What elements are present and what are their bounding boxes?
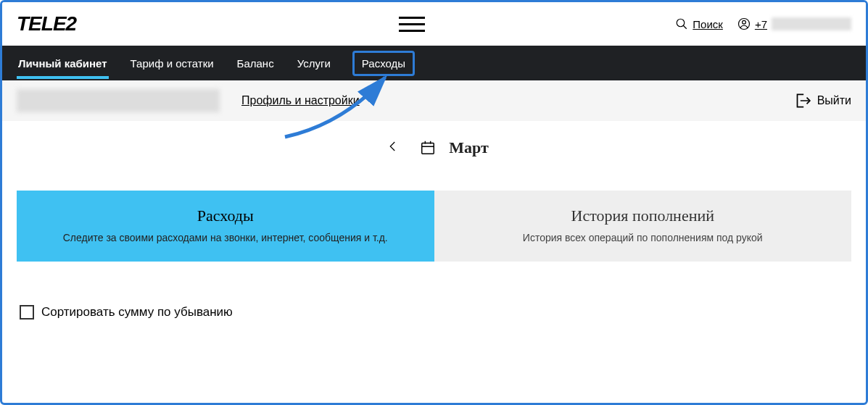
- calendar-icon: [420, 140, 436, 156]
- month-selector: Март: [2, 121, 866, 169]
- nav-services[interactable]: Услуги: [296, 49, 332, 78]
- svg-point-0: [677, 19, 685, 27]
- hamburger-menu-icon[interactable]: [399, 17, 425, 32]
- tab-history[interactable]: История пополнений История всех операций…: [434, 191, 852, 262]
- redacted-user-name: [17, 89, 220, 112]
- user-account-link[interactable]: +7: [737, 17, 851, 30]
- profile-settings-link[interactable]: Профиль и настройки: [241, 94, 360, 107]
- tab-expenses[interactable]: Расходы Следите за своими расходами на з…: [17, 191, 434, 262]
- redacted-phone: [772, 17, 851, 30]
- user-phone-prefix: +7: [755, 18, 767, 30]
- chevron-left-icon: [387, 140, 400, 153]
- month-prev-button[interactable]: [379, 134, 407, 162]
- tab-expenses-title: Расходы: [30, 206, 421, 225]
- svg-line-1: [684, 25, 687, 29]
- svg-point-3: [742, 20, 745, 24]
- brand-logo[interactable]: TELE2: [17, 12, 76, 36]
- sort-desc-label: Сортировать сумму по убыванию: [41, 305, 233, 320]
- tab-history-desc: История всех операций по пополнениям под…: [447, 231, 839, 246]
- logout-button[interactable]: Выйти: [793, 91, 851, 110]
- tab-expenses-desc: Следите за своими расходами на звонки, и…: [30, 231, 421, 246]
- nav-balance[interactable]: Баланс: [236, 49, 276, 78]
- tab-history-title: История пополнений: [447, 206, 839, 225]
- main-nav: Личный кабинет Тариф и остатки Баланс Ус…: [2, 46, 866, 80]
- search-button[interactable]: Поиск: [675, 17, 723, 30]
- search-icon: [675, 17, 688, 30]
- nav-tariff[interactable]: Тариф и остатки: [129, 49, 215, 78]
- nav-personal-cabinet[interactable]: Личный кабинет: [17, 49, 109, 78]
- search-label: Поиск: [693, 18, 723, 30]
- logout-icon: [793, 91, 811, 110]
- sort-desc-checkbox[interactable]: [20, 305, 34, 320]
- logout-label: Выйти: [817, 94, 851, 107]
- user-icon: [737, 17, 751, 30]
- svg-rect-4: [422, 143, 434, 154]
- nav-expenses[interactable]: Расходы: [352, 51, 415, 76]
- month-label: Март: [449, 138, 489, 157]
